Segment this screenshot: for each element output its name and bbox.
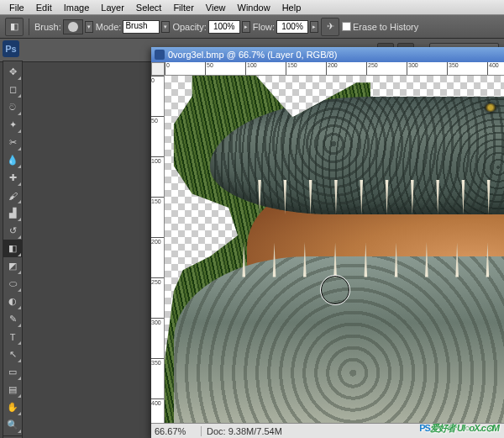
ruler-tick: 300 bbox=[151, 318, 165, 325]
zoom-tool[interactable]: 🔍 bbox=[3, 416, 22, 434]
flow-field[interactable]: Flow: ▸ bbox=[253, 20, 318, 34]
document-window: 0vorg3el.bmp @ 66.7% (Layer 0, RGB/8) 05… bbox=[151, 47, 504, 438]
teeth-upper bbox=[247, 180, 504, 214]
watermark: PS爱好者 UI○oX.c⊙M bbox=[419, 414, 499, 436]
ruler-tick: 250 bbox=[366, 62, 378, 76]
ruler-tick: 50 bbox=[151, 116, 165, 124]
notes-tool[interactable]: ▤ bbox=[3, 381, 22, 398]
ruler-tick: 50 bbox=[205, 62, 213, 76]
menu-file[interactable]: File bbox=[3, 1, 30, 14]
menu-edit[interactable]: Edit bbox=[30, 1, 58, 14]
opacity-input[interactable] bbox=[208, 20, 240, 34]
ruler-tick: 0 bbox=[151, 76, 165, 83]
gradient-tool[interactable]: ◩ bbox=[3, 257, 22, 275]
checkbox-icon[interactable] bbox=[342, 22, 351, 31]
ruler-tick: 200 bbox=[151, 237, 165, 245]
crocodile-eye bbox=[485, 103, 496, 112]
menu-image[interactable]: Image bbox=[58, 1, 96, 14]
stamp-tool[interactable]: ▟ bbox=[3, 204, 22, 222]
ruler-tick: 300 bbox=[407, 62, 418, 76]
ruler-horizontal[interactable]: 050100150200250300350400450500550600650 bbox=[165, 62, 504, 76]
teeth-lower bbox=[228, 242, 504, 277]
brush-picker[interactable]: Brush: ▾ bbox=[34, 19, 93, 34]
options-bar: ◧ Brush: ▾ Mode: Brush ▾ Opacity: ▸ Flow… bbox=[0, 15, 504, 39]
crop-tool[interactable]: ✂ bbox=[3, 134, 22, 151]
chevron-down-icon[interactable]: ▸ bbox=[310, 21, 318, 33]
type-tool[interactable]: T bbox=[3, 328, 22, 346]
marquee-tool[interactable]: ◻ bbox=[3, 81, 22, 98]
ruler-tick: 350 bbox=[151, 358, 165, 366]
canvas[interactable] bbox=[165, 76, 504, 423]
history-brush-tool[interactable]: ↺ bbox=[3, 222, 22, 240]
chevron-down-icon[interactable]: ▾ bbox=[161, 21, 170, 33]
menu-window[interactable]: Window bbox=[232, 1, 276, 14]
opacity-field[interactable]: Opacity: ▸ bbox=[172, 20, 249, 34]
erase-history-label: Erase to History bbox=[353, 22, 418, 32]
path-tool[interactable]: ↖ bbox=[3, 346, 22, 363]
wand-tool[interactable]: ✦ bbox=[3, 116, 22, 134]
menu-layer[interactable]: Layer bbox=[95, 1, 130, 14]
chevron-down-icon[interactable]: ▸ bbox=[242, 21, 250, 33]
shape-tool[interactable]: ▭ bbox=[3, 363, 22, 381]
erase-history-check[interactable]: Erase to History bbox=[342, 22, 418, 32]
ruler-vertical[interactable]: 050100150200250300350400450500550600 bbox=[151, 76, 165, 423]
eyedropper-tool[interactable]: 💧 bbox=[3, 151, 22, 169]
document-icon bbox=[155, 50, 165, 60]
brush-label: Brush: bbox=[34, 22, 61, 32]
blur-tool[interactable]: ⬭ bbox=[3, 275, 22, 293]
ruler-tick: 150 bbox=[286, 62, 297, 76]
ruler-origin[interactable] bbox=[151, 62, 165, 76]
ruler-tick: 350 bbox=[447, 62, 459, 76]
airbrush-icon[interactable]: ✈ bbox=[321, 18, 339, 36]
ruler-tick: 100 bbox=[151, 156, 165, 164]
mode-value: Brush bbox=[123, 20, 160, 34]
eraser-preset-icon[interactable]: ◧ bbox=[5, 18, 24, 36]
toolbox: ✥◻ට✦✂💧✚🖌▟↺◧◩⬭◐✎T↖▭▤✋🔍 bbox=[3, 61, 23, 438]
ruler-tick: 150 bbox=[151, 197, 165, 204]
pen-tool[interactable]: ✎ bbox=[3, 310, 22, 328]
zoom-level[interactable]: 66.67% bbox=[151, 426, 202, 436]
opacity-label: Opacity: bbox=[172, 22, 206, 32]
ruler-tick: 100 bbox=[245, 62, 257, 76]
watermark-text: 爱好者 UI○oX.c⊙M bbox=[430, 423, 499, 433]
dodge-tool[interactable]: ◐ bbox=[3, 293, 22, 310]
ruler-tick: 400 bbox=[151, 398, 165, 406]
menu-help[interactable]: Help bbox=[276, 1, 307, 14]
eraser-tool[interactable]: ◧ bbox=[3, 240, 22, 257]
mode-label: Mode: bbox=[96, 22, 122, 32]
app-logo: Ps bbox=[3, 40, 19, 57]
mode-select[interactable]: Mode: Brush ▾ bbox=[96, 20, 171, 34]
watermark-logo: PS bbox=[419, 423, 430, 433]
healing-tool[interactable]: ✚ bbox=[3, 169, 22, 187]
lasso-tool[interactable]: ට bbox=[3, 98, 22, 116]
menu-bar: FileEditImageLayerSelectFilterViewWindow… bbox=[0, 0, 504, 15]
brush-tool[interactable]: 🖌 bbox=[3, 187, 22, 204]
menu-view[interactable]: View bbox=[200, 1, 232, 14]
chevron-down-icon[interactable]: ▾ bbox=[85, 21, 93, 33]
document-titlebar[interactable]: 0vorg3el.bmp @ 66.7% (Layer 0, RGB/8) bbox=[151, 47, 504, 62]
flow-label: Flow: bbox=[253, 22, 275, 32]
crocodile-lower-jaw bbox=[174, 256, 504, 423]
document-title: 0vorg3el.bmp @ 66.7% (Layer 0, RGB/8) bbox=[168, 50, 337, 60]
ruler-tick: 0 bbox=[165, 62, 170, 76]
ruler-tick: 250 bbox=[151, 277, 165, 285]
menu-filter[interactable]: Filter bbox=[167, 1, 199, 14]
ruler-tick: 400 bbox=[487, 62, 499, 76]
flow-input[interactable] bbox=[276, 20, 308, 34]
ruler-tick: 200 bbox=[326, 62, 338, 76]
move-tool[interactable]: ✥ bbox=[3, 63, 22, 81]
hand-tool[interactable]: ✋ bbox=[3, 398, 22, 416]
menu-select[interactable]: Select bbox=[130, 1, 168, 14]
